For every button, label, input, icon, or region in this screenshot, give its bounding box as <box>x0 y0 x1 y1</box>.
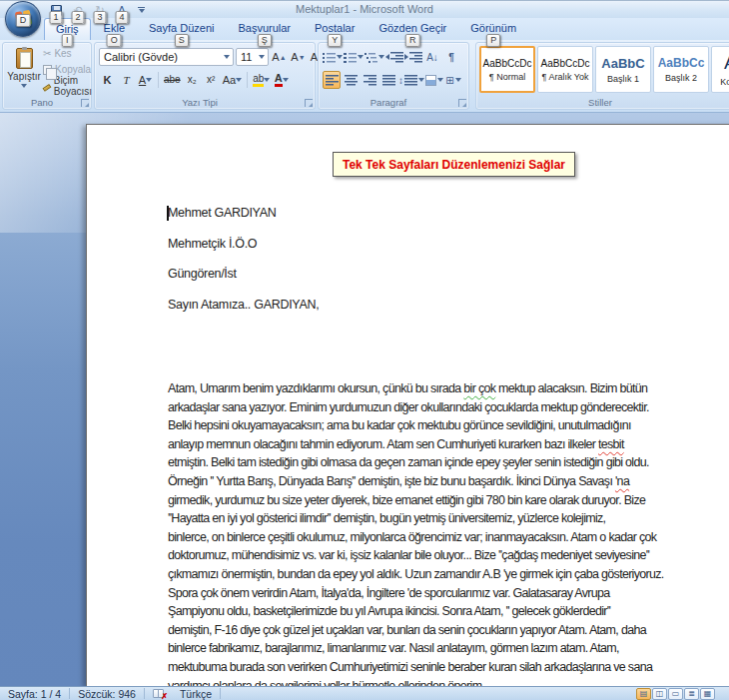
style-button[interactable]: A4 <box>114 3 130 18</box>
tab-sayfa-düzeni[interactable]: Sayfa DüzeniS <box>138 18 225 40</box>
tab-label: Sayfa Düzeni <box>149 22 214 34</box>
font-dialog-launcher[interactable] <box>305 99 313 107</box>
page-indicator[interactable]: Sayfa: 1 / 4 <box>0 687 69 700</box>
view-button-0[interactable]: ▤ <box>636 688 651 700</box>
document-workspace: Tek Tek Sayfaları Düzenlemenizi Sağlar M… <box>0 113 729 686</box>
sort-icon: A↓ <box>426 52 438 63</box>
undo-button[interactable]: ↶2 <box>70 3 86 18</box>
tab-keytip: P <box>486 34 500 47</box>
sort-button[interactable]: A↓ <box>423 48 441 66</box>
chevron-down-icon <box>259 55 265 59</box>
clipboard-dialog-launcher[interactable] <box>81 99 89 107</box>
bullets-button[interactable] <box>323 48 343 66</box>
group-font: Calibri (Gövde) 11 A▲ A▼ Aa K T A abe x₂… <box>94 42 316 110</box>
numbering-icon <box>344 52 357 63</box>
style-card-4[interactable]: AaBKonu Başl. <box>711 46 729 93</box>
tab-görünüm[interactable]: GörünümP <box>459 18 527 40</box>
tab-keytip: R <box>405 34 420 47</box>
brush-icon <box>43 84 52 92</box>
align-center-button[interactable] <box>342 71 360 89</box>
grow-font-button[interactable]: A▲ <box>271 48 288 66</box>
screentip-text: Tek Tek Sayfaları Düzenlemenizi Sağlar <box>343 158 565 172</box>
align-left-button[interactable] <box>323 71 341 89</box>
decrease-indent-button[interactable] <box>385 48 403 66</box>
format-painter-button[interactable]: Biçim Boyacısı <box>43 79 95 92</box>
tab-gözden-geçir[interactable]: Gözden GeçirR <box>367 18 457 40</box>
strikethrough-button[interactable]: abe <box>163 71 182 89</box>
underline-button[interactable]: A <box>137 71 154 89</box>
shrink-font-button[interactable]: A▼ <box>290 48 307 66</box>
doc-line: demiştin, F-16 diye çok güzel jet uçakla… <box>168 621 664 640</box>
tab-başvurular[interactable]: BaşvurularŞ <box>227 18 302 40</box>
copy-label: Kopyala <box>55 64 91 75</box>
doc-line: mektubuma burada son verirken Cumhuriyet… <box>168 658 664 677</box>
subscript-button[interactable]: x₂ <box>184 71 201 89</box>
proofing-book-icon <box>153 689 164 698</box>
style-card-0[interactable]: AaBbCcDc¶ Normal <box>479 46 535 93</box>
style-gallery: AaBbCcDc¶ NormalAaBbCcDc¶ Aralık YokAaBb… <box>479 46 729 93</box>
cut-button[interactable]: ✂ Kes <box>43 47 95 60</box>
align-right-button[interactable] <box>361 71 378 89</box>
style-card-1[interactable]: AaBbCcDc¶ Aralık Yok <box>537 46 593 93</box>
view-button-2[interactable]: ▭ <box>668 688 683 700</box>
bold-button[interactable]: K <box>99 71 116 89</box>
doc-line: arkadaşlar sana yazıyor. Eminim yurdumuz… <box>168 398 664 417</box>
office-button[interactable]: D <box>5 1 41 37</box>
borders-button[interactable]: ⊞ <box>444 71 462 89</box>
paste-button[interactable]: Yapıştır <box>6 46 42 94</box>
save-button[interactable]: 1 <box>48 3 64 18</box>
qat-customize-button[interactable] <box>138 7 145 14</box>
doc-header-line: Sayın Atamıza.. GARDIYAN, <box>168 290 319 321</box>
doc-line: Spora çok önem verirdin Atam, İtalya'da,… <box>168 584 664 603</box>
font-size-combo[interactable]: 11 <box>236 48 269 66</box>
office-button-keytip: D <box>16 14 31 27</box>
highlight-button[interactable]: ab <box>252 71 271 89</box>
doc-line: etmiştin. Belki tam istediğin gibi olmas… <box>168 453 664 472</box>
language-indicator[interactable]: Türkçe <box>172 687 220 700</box>
increase-indent-button[interactable] <box>404 48 422 66</box>
style-card-3[interactable]: AaBbCcBaşlık 2 <box>653 46 709 93</box>
style-card-2[interactable]: AaBbCBaşlık 1 <box>595 46 651 93</box>
font-name-combo[interactable]: Calibri (Gövde) <box>99 48 234 66</box>
doc-header: Mehmet GARDIYANMehmetçik İ.Ö.OGüngören/İ… <box>168 198 319 320</box>
paste-dropdown-icon <box>21 84 27 88</box>
align-center-icon <box>345 75 358 86</box>
proofing-status[interactable] <box>145 687 172 700</box>
style-sample: AaBbCcDc <box>483 58 532 69</box>
paste-label: Yapıştır <box>7 71 41 82</box>
tab-label: Ekle <box>104 22 125 34</box>
tab-postalar[interactable]: PostalarY <box>304 18 365 40</box>
line-spacing-button[interactable]: ↕ <box>398 71 424 89</box>
doc-line: çıkmamızı önermiştin, bundan da epey yol… <box>168 565 664 584</box>
group-label-paragraph: Paragraf <box>319 97 458 108</box>
superscript-button[interactable]: x² <box>203 71 220 89</box>
tab-keytip: S <box>175 34 189 47</box>
justify-button[interactable] <box>379 71 397 89</box>
group-paragraph: A↓ ¶ ↕ ⊞ Paragraf <box>318 42 469 110</box>
view-button-3[interactable]: ≣ <box>684 688 699 700</box>
align-left-icon <box>326 75 339 86</box>
italic-button[interactable]: T <box>118 71 135 89</box>
font-color-button[interactable]: A <box>273 71 290 89</box>
paragraph-dialog-launcher[interactable] <box>458 99 466 107</box>
doc-line: Şampiyonu oldu, basketçilerimizde bu yıl… <box>168 602 664 621</box>
multilevel-list-button[interactable] <box>364 48 384 66</box>
view-button-4[interactable]: ▦ <box>700 688 715 700</box>
shading-button[interactable] <box>425 71 443 89</box>
indent-icon <box>409 52 422 63</box>
change-case-button[interactable]: Aa <box>222 71 243 89</box>
repeat-button-keytip: 3 <box>93 11 106 24</box>
repeat-button[interactable]: ↻3 <box>92 3 108 18</box>
format-painter-label: Biçim Boyacısı <box>54 75 96 97</box>
view-button-1[interactable]: ◫ <box>652 688 667 700</box>
numbering-button[interactable] <box>344 48 364 66</box>
doc-header-line: Mehmet GARDIYAN <box>168 198 319 229</box>
show-paragraph-marks-button[interactable]: ¶ <box>442 48 460 66</box>
doc-line: doktorumuz, mühendisimiz vs. var ki, işs… <box>168 546 664 565</box>
word-count[interactable]: Sözcük: 946 <box>70 687 144 700</box>
scissors-icon: ✂ <box>43 48 51 59</box>
style-sample: AaBbCc <box>658 56 705 70</box>
font-name-value: Calibri (Gövde) <box>104 51 178 63</box>
line-spacing-icon: ↕ <box>398 75 403 86</box>
doc-line: anlayıp memnun olacağını tahmin ediyorum… <box>168 435 664 454</box>
